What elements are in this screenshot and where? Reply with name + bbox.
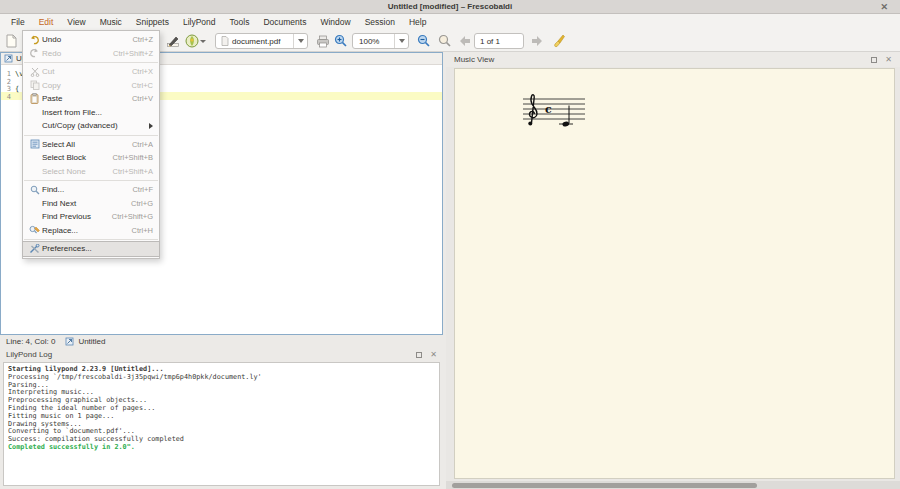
select-all-icon bbox=[27, 139, 42, 149]
document-selector-caret[interactable] bbox=[293, 34, 307, 48]
zoom-level-combo[interactable]: 100% bbox=[352, 33, 409, 49]
music-view-float-icon[interactable] bbox=[871, 57, 877, 63]
copy-icon bbox=[27, 80, 42, 90]
log-line: Processing `/tmp/frescobaldi-3j35pqwi/tm… bbox=[8, 374, 435, 382]
status-document-name: Untitled bbox=[78, 337, 105, 346]
menu-item-insert-from-file[interactable]: Insert from File... bbox=[23, 106, 159, 120]
log-panel-header: LilyPond Log ✕ bbox=[0, 347, 443, 362]
zoom-level-value: 100% bbox=[359, 37, 379, 46]
menu-item-find-previous[interactable]: Find Previous Ctrl+Shift+G bbox=[23, 210, 159, 224]
new-document-icon[interactable] bbox=[5, 33, 18, 49]
menu-edit[interactable]: Edit bbox=[32, 17, 61, 27]
print-icon[interactable] bbox=[316, 33, 330, 49]
menu-snippets[interactable]: Snippets bbox=[129, 17, 176, 27]
window-close-icon[interactable]: ✕ bbox=[880, 2, 888, 12]
previous-page-icon[interactable] bbox=[459, 33, 471, 49]
music-view-content[interactable]: c bbox=[446, 67, 900, 481]
time-signature: c bbox=[545, 103, 552, 116]
edit-menu-popup: Undo Ctrl+Z Redo Ctrl+Shift+Z Cut Ctrl+X… bbox=[22, 30, 160, 259]
hscrollbar-handle[interactable] bbox=[452, 483, 757, 488]
menu-item-undo[interactable]: Undo Ctrl+Z bbox=[23, 33, 159, 47]
next-page-icon[interactable] bbox=[531, 33, 543, 49]
menu-item-cut-copy-advanced[interactable]: Cut/Copy (advanced) bbox=[23, 119, 159, 133]
window-title: Untitled [modified] – Frescobaldi bbox=[388, 2, 512, 11]
menu-item-cut[interactable]: Cut Ctrl+X bbox=[23, 65, 159, 79]
line-number: 4 bbox=[1, 93, 11, 101]
page-indicator-field[interactable]: 1 of 1 bbox=[474, 33, 524, 49]
menu-separator bbox=[24, 239, 158, 240]
engrave-dropdown-caret[interactable] bbox=[200, 33, 206, 49]
document-selector-value: document.pdf bbox=[232, 37, 280, 46]
cursor-position: Line: 4, Col: 0 bbox=[6, 337, 55, 346]
document-selector[interactable]: document.pdf bbox=[215, 33, 308, 49]
menu-bar: File Edit View Music Snippets LilyPond T… bbox=[0, 14, 900, 30]
status-document-icon bbox=[65, 337, 74, 346]
menu-separator bbox=[24, 180, 158, 181]
pdf-document-icon bbox=[221, 36, 229, 46]
log-line-success: Completed successfully in 2.0". bbox=[8, 444, 435, 452]
music-view-title: Music View bbox=[454, 55, 494, 64]
find-icon bbox=[27, 185, 42, 195]
status-bar: Line: 4, Col: 0 Untitled bbox=[0, 335, 443, 347]
magnifier-icon[interactable] bbox=[438, 33, 452, 49]
menu-item-replace[interactable]: Replace... Ctrl+H bbox=[23, 224, 159, 238]
title-bar: Untitled [modified] – Frescobaldi ✕ bbox=[0, 0, 900, 14]
menu-item-preferences[interactable]: Preferences... bbox=[23, 242, 159, 256]
menu-item-select-none[interactable]: Select None Ctrl+Shift+A bbox=[23, 165, 159, 179]
zoom-in-icon[interactable] bbox=[334, 33, 348, 49]
engrave-icon[interactable] bbox=[166, 33, 180, 49]
menu-help[interactable]: Help bbox=[402, 17, 433, 27]
menu-view[interactable]: View bbox=[60, 17, 92, 27]
clear-music-view-icon[interactable] bbox=[552, 33, 565, 49]
paste-icon bbox=[27, 93, 42, 104]
menu-item-redo[interactable]: Redo Ctrl+Shift+Z bbox=[23, 47, 159, 61]
undo-icon bbox=[27, 35, 42, 45]
menu-music[interactable]: Music bbox=[93, 17, 129, 27]
zoom-level-caret[interactable] bbox=[394, 34, 408, 48]
cut-icon bbox=[27, 67, 42, 77]
menu-item-select-all[interactable]: Select All Ctrl+A bbox=[23, 138, 159, 152]
lilypond-icon[interactable] bbox=[185, 33, 199, 49]
document-tab-icon bbox=[4, 54, 13, 63]
log-close-icon[interactable]: ✕ bbox=[430, 350, 437, 359]
log-output[interactable]: Starting lilypond 2.23.9 [Untitled]... P… bbox=[3, 362, 440, 486]
log-float-icon[interactable] bbox=[416, 352, 422, 358]
log-panel-title: LilyPond Log bbox=[6, 350, 52, 359]
menu-window[interactable]: Window bbox=[313, 17, 357, 27]
music-view-header: Music View ✕ bbox=[446, 52, 900, 67]
menu-separator bbox=[24, 62, 158, 63]
menu-separator bbox=[24, 135, 158, 136]
menu-documents[interactable]: Documents bbox=[256, 17, 313, 27]
menu-item-select-block[interactable]: Select Block Ctrl+Shift+B bbox=[23, 151, 159, 165]
submenu-arrow-icon bbox=[149, 123, 153, 129]
menu-item-find[interactable]: Find... Ctrl+F bbox=[23, 183, 159, 197]
preferences-icon bbox=[27, 244, 42, 254]
menu-session[interactable]: Session bbox=[358, 17, 402, 27]
menu-item-copy[interactable]: Copy Ctrl+C bbox=[23, 79, 159, 93]
score-page[interactable]: c bbox=[454, 68, 895, 479]
menu-tools[interactable]: Tools bbox=[223, 17, 257, 27]
menu-file[interactable]: File bbox=[4, 17, 32, 27]
page-indicator-value: 1 of 1 bbox=[480, 37, 500, 46]
redo-icon bbox=[27, 48, 42, 58]
music-staff: c bbox=[521, 93, 591, 137]
zoom-out-icon[interactable] bbox=[417, 33, 431, 49]
menu-item-paste[interactable]: Paste Ctrl+V bbox=[23, 92, 159, 106]
music-view-close-icon[interactable]: ✕ bbox=[885, 55, 892, 64]
menu-item-find-next[interactable]: Find Next Ctrl+G bbox=[23, 197, 159, 211]
menu-lilypond[interactable]: LilyPond bbox=[176, 17, 223, 27]
replace-icon bbox=[27, 225, 42, 235]
music-view-hscrollbar[interactable] bbox=[446, 481, 900, 489]
